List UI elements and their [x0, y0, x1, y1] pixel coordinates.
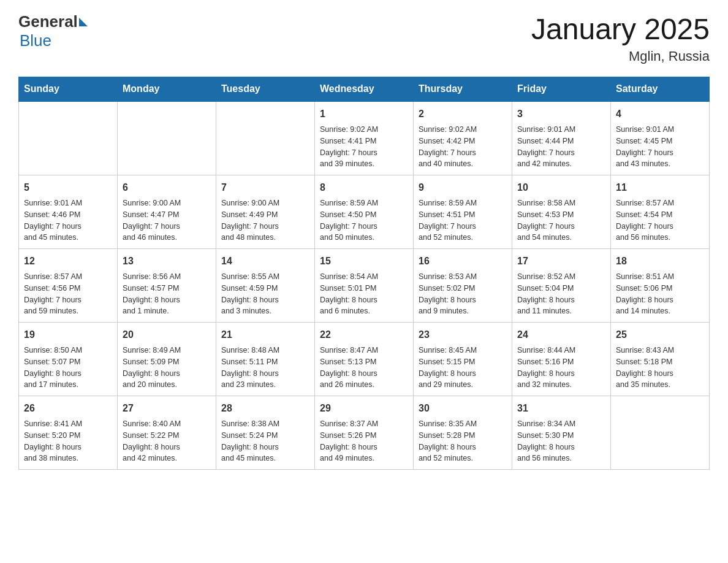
day-info: and 42 minutes. — [517, 158, 605, 170]
day-info: Daylight: 8 hours — [123, 368, 211, 380]
day-info: Daylight: 8 hours — [221, 368, 309, 380]
day-info: Daylight: 8 hours — [320, 368, 408, 380]
day-info: Daylight: 8 hours — [221, 442, 309, 453]
day-info: Sunset: 5:13 PM — [320, 356, 408, 368]
calendar-cell: 27Sunrise: 8:40 AMSunset: 5:22 PMDayligh… — [118, 396, 216, 470]
day-info: Daylight: 7 hours — [616, 221, 704, 232]
day-number: 29 — [320, 401, 408, 416]
calendar-cell: 25Sunrise: 8:43 AMSunset: 5:18 PMDayligh… — [611, 323, 710, 396]
day-info: Sunset: 5:15 PM — [419, 356, 507, 368]
header-day-wednesday: Wednesday — [315, 77, 414, 102]
day-number: 26 — [24, 401, 112, 416]
day-info: Sunrise: 8:59 AM — [320, 197, 408, 209]
calendar-subtitle: Mglin, Russia — [531, 48, 710, 64]
day-info: Sunset: 5:26 PM — [320, 430, 408, 442]
logo-general-text: General — [18, 12, 78, 31]
calendar-cell: 10Sunrise: 8:58 AMSunset: 4:53 PMDayligh… — [512, 175, 611, 249]
day-number: 1 — [320, 107, 408, 121]
day-info: Daylight: 8 hours — [24, 368, 112, 380]
day-info: Sunrise: 9:02 AM — [419, 124, 507, 136]
day-info: Sunset: 5:16 PM — [517, 356, 605, 368]
day-info: Sunrise: 8:52 AM — [517, 271, 605, 283]
day-number: 25 — [616, 327, 704, 342]
day-info: Daylight: 8 hours — [419, 442, 507, 453]
calendar-cell: 6Sunrise: 9:00 AMSunset: 4:47 PMDaylight… — [118, 175, 216, 249]
week-row-4: 26Sunrise: 8:41 AMSunset: 5:20 PMDayligh… — [19, 396, 710, 470]
header-day-friday: Friday — [512, 77, 611, 102]
day-info: Sunset: 5:04 PM — [517, 283, 605, 294]
day-info: Daylight: 8 hours — [616, 368, 704, 380]
day-info: Sunset: 4:45 PM — [616, 136, 704, 147]
day-info: Sunset: 4:57 PM — [123, 283, 211, 294]
day-number: 7 — [221, 180, 309, 195]
day-info: Sunrise: 8:51 AM — [616, 271, 704, 283]
day-info: Daylight: 7 hours — [24, 294, 112, 306]
day-info: Sunset: 5:28 PM — [419, 430, 507, 442]
day-info: Sunset: 5:30 PM — [517, 430, 605, 442]
week-row-2: 12Sunrise: 8:57 AMSunset: 4:56 PMDayligh… — [19, 249, 710, 323]
day-number: 30 — [419, 401, 507, 416]
day-info: Sunset: 5:01 PM — [320, 283, 408, 294]
day-info: Daylight: 7 hours — [419, 221, 507, 232]
day-info: Sunset: 5:20 PM — [24, 430, 112, 442]
day-info: Sunrise: 8:55 AM — [221, 271, 309, 283]
day-info: and 49 minutes. — [320, 453, 408, 464]
week-row-3: 19Sunrise: 8:50 AMSunset: 5:07 PMDayligh… — [19, 323, 710, 396]
calendar-cell: 5Sunrise: 9:01 AMSunset: 4:46 PMDaylight… — [19, 175, 118, 249]
day-info: Sunset: 4:47 PM — [123, 209, 211, 221]
day-info: Daylight: 8 hours — [320, 442, 408, 453]
day-info: Sunrise: 9:01 AM — [616, 124, 704, 136]
day-info: Sunrise: 8:54 AM — [320, 271, 408, 283]
day-info: and 56 minutes. — [517, 453, 605, 464]
day-info: Sunset: 4:49 PM — [221, 209, 309, 221]
day-info: and 45 minutes. — [221, 453, 309, 464]
day-info: Daylight: 7 hours — [616, 147, 704, 159]
day-info: and 14 minutes. — [616, 305, 704, 317]
day-info: and 42 minutes. — [123, 453, 211, 464]
page-header: General Blue January 2025 Mglin, Russia — [18, 12, 710, 64]
day-info: Sunrise: 8:48 AM — [221, 345, 309, 356]
day-number: 2 — [419, 107, 507, 121]
day-info: Sunset: 4:41 PM — [320, 136, 408, 147]
day-info: Sunset: 5:22 PM — [123, 430, 211, 442]
day-info: Daylight: 8 hours — [24, 442, 112, 453]
day-info: and 1 minute. — [123, 305, 211, 317]
day-info: Sunrise: 8:58 AM — [517, 197, 605, 209]
day-info: Sunset: 5:11 PM — [221, 356, 309, 368]
day-info: Sunset: 4:56 PM — [24, 283, 112, 294]
day-info: Sunrise: 8:45 AM — [419, 345, 507, 356]
day-info: and 48 minutes. — [221, 232, 309, 243]
week-row-1: 5Sunrise: 9:01 AMSunset: 4:46 PMDaylight… — [19, 175, 710, 249]
day-info: Sunrise: 9:01 AM — [517, 124, 605, 136]
day-info: Sunrise: 9:00 AM — [221, 197, 309, 209]
calendar-cell: 14Sunrise: 8:55 AMSunset: 4:59 PMDayligh… — [216, 249, 315, 323]
day-info: Daylight: 7 hours — [24, 221, 112, 232]
calendar-cell: 20Sunrise: 8:49 AMSunset: 5:09 PMDayligh… — [118, 323, 216, 396]
day-info: Sunset: 4:54 PM — [616, 209, 704, 221]
day-info: and 11 minutes. — [517, 305, 605, 317]
day-number: 18 — [616, 254, 704, 269]
day-info: Sunrise: 8:40 AM — [123, 418, 211, 430]
day-number: 22 — [320, 327, 408, 342]
calendar-cell: 19Sunrise: 8:50 AMSunset: 5:07 PMDayligh… — [19, 323, 118, 396]
day-info: and 59 minutes. — [24, 305, 112, 317]
calendar-cell: 23Sunrise: 8:45 AMSunset: 5:15 PMDayligh… — [414, 323, 512, 396]
calendar-cell: 29Sunrise: 8:37 AMSunset: 5:26 PMDayligh… — [315, 396, 414, 470]
day-info: and 40 minutes. — [419, 158, 507, 170]
header-day-thursday: Thursday — [414, 77, 512, 102]
calendar-cell: 3Sunrise: 9:01 AMSunset: 4:44 PMDaylight… — [512, 101, 611, 175]
day-info: Sunset: 4:50 PM — [320, 209, 408, 221]
day-info: Sunrise: 8:38 AM — [221, 418, 309, 430]
day-info: and 52 minutes. — [419, 453, 507, 464]
week-row-0: 1Sunrise: 9:02 AMSunset: 4:41 PMDaylight… — [19, 101, 710, 175]
day-info: Sunrise: 9:02 AM — [320, 124, 408, 136]
day-info: Sunset: 5:06 PM — [616, 283, 704, 294]
calendar-cell: 15Sunrise: 8:54 AMSunset: 5:01 PMDayligh… — [315, 249, 414, 323]
day-info: Daylight: 7 hours — [320, 147, 408, 159]
day-info: and 9 minutes. — [419, 305, 507, 317]
day-info: Sunset: 4:44 PM — [517, 136, 605, 147]
day-info: and 39 minutes. — [320, 158, 408, 170]
calendar-cell: 11Sunrise: 8:57 AMSunset: 4:54 PMDayligh… — [611, 175, 710, 249]
day-info: Sunrise: 8:47 AM — [320, 345, 408, 356]
calendar-cell: 7Sunrise: 9:00 AMSunset: 4:49 PMDaylight… — [216, 175, 315, 249]
